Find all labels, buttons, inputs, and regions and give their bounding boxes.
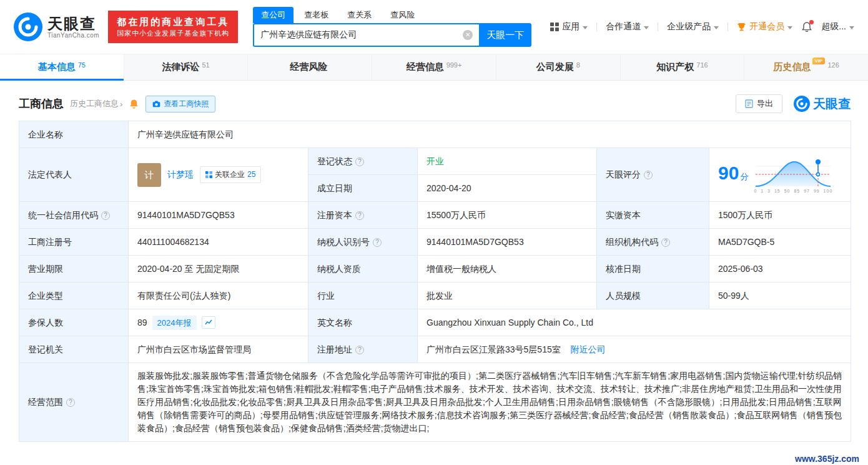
- snapshot-button[interactable]: 查看工商快照: [145, 96, 215, 112]
- label-reg-authority: 登记机关: [19, 336, 129, 363]
- help-icon[interactable]: [644, 171, 653, 179]
- legal-rep-avatar[interactable]: 计: [137, 163, 161, 187]
- tab-operation-risk[interactable]: 经营风险: [247, 54, 372, 80]
- tab-label: 公司发展: [536, 61, 574, 73]
- row-business-term: 营业期限 2020-04-20 至 无固定期限 纳税人资质 增值税一般纳税人 核…: [19, 256, 851, 282]
- business-term-value: 2020-04-20 至 无固定期限: [129, 256, 308, 282]
- related-companies-label: 关联企业: [215, 168, 245, 181]
- label-establish-date: 成立日期: [308, 175, 418, 202]
- reg-authority-value: 广州市白云区市场监督管理局: [129, 336, 308, 363]
- tab-history-info[interactable]: 历史信息 VIP 126: [744, 54, 868, 80]
- tab-basic-info[interactable]: 基本信息 75: [0, 54, 124, 80]
- logo-name: 天眼查: [47, 16, 99, 32]
- related-companies-tag[interactable]: 关联企业 25: [200, 166, 261, 183]
- search-tab-risk[interactable]: 查风险: [382, 7, 423, 23]
- label-paid-capital: 实缴资本: [597, 202, 709, 229]
- company-name-value: 广州辛选供应链有限公司: [129, 121, 851, 148]
- search-row: ✕ 天眼一下: [253, 23, 531, 47]
- score-curve-chart: [753, 156, 833, 189]
- tab-legal-cases[interactable]: 法律诉讼 51: [124, 54, 248, 80]
- label-insured-count: 参保人数: [19, 309, 129, 336]
- search-tab-company[interactable]: 查公司: [253, 7, 293, 23]
- annual-report-link[interactable]: 2024年报: [152, 316, 197, 330]
- label-reg-address: 注册地址: [308, 336, 418, 363]
- tab-count: 51: [202, 61, 209, 69]
- history-business-info-link[interactable]: 历史工商信息 ›: [70, 98, 122, 109]
- help-icon[interactable]: [355, 158, 364, 166]
- slogan-banner: 都在用的商业查询工具 国家中小企业发展子基金旗下机构: [108, 11, 238, 43]
- tab-count: 75: [78, 61, 86, 69]
- reg-address-cell: 广州市白云区江景路33号5层515室 附近公司: [418, 336, 851, 363]
- company-type-value: 有限责任公司(法人独资): [129, 282, 308, 309]
- reg-number-value: 440111004682134: [129, 229, 308, 256]
- footer-site-link[interactable]: www.365jz.com: [795, 454, 859, 464]
- reg-capital-value: 15500万人民币: [418, 202, 597, 229]
- label-english-name: 英文名称: [308, 309, 418, 336]
- tab-label: 法律诉讼: [162, 61, 199, 73]
- english-name-value: Guangzhou Xinxuan Supply Chain Co., Ltd: [418, 309, 851, 336]
- help-icon[interactable]: [373, 238, 382, 247]
- tab-label: 经营信息: [407, 61, 444, 73]
- tab-count: 716: [696, 61, 708, 69]
- menu-enterprise-product[interactable]: 企业级产品: [667, 21, 719, 32]
- logo-text: 天眼查 TianYanCha.com: [47, 16, 99, 39]
- alert-bell-icon[interactable]: [129, 98, 139, 109]
- camera-icon: [152, 101, 160, 108]
- tianyancha-logo[interactable]: 天眼查 TianYanCha.com: [14, 12, 99, 41]
- search-tab-relation[interactable]: 查关系: [339, 7, 380, 23]
- tab-label: 历史信息: [774, 61, 811, 73]
- help-icon[interactable]: [355, 346, 364, 354]
- menu-divider: [596, 22, 597, 31]
- related-grid-icon: [205, 171, 212, 178]
- business-info-table: 企业名称 广州辛选供应链有限公司 法定代表人 计 计梦瑶 关联企业 25 登记状…: [19, 121, 851, 442]
- slogan-line1: 都在用的商业查询工具: [116, 16, 230, 28]
- menu-divider: [727, 22, 728, 31]
- caret-down-icon: [714, 26, 719, 29]
- row-reg-authority: 登记机关 广州市白云区市场监督管理局 注册地址 广州市白云区江景路33号5层51…: [19, 336, 851, 363]
- search-input[interactable]: [254, 30, 463, 40]
- row-company-type: 企业类型 有限责任公司(法人独资) 行业 批发业 人员规模 50-99人: [19, 282, 851, 309]
- paid-capital-value: 1500万人民币: [709, 202, 851, 229]
- help-icon[interactable]: [66, 398, 75, 407]
- help-icon[interactable]: [661, 238, 670, 247]
- tab-business-info[interactable]: 经营信息 999+: [372, 54, 496, 80]
- clear-icon[interactable]: ✕: [463, 30, 473, 40]
- tab-company-development[interactable]: 公司发展 8: [496, 54, 620, 80]
- chevron-right-icon: ›: [120, 99, 122, 109]
- menu-super[interactable]: 超级...: [821, 21, 854, 32]
- search-button[interactable]: 天眼一下: [479, 23, 531, 47]
- tab-intellectual-property[interactable]: 知识产权 716: [620, 54, 744, 80]
- approval-date-value: 2025-06-03: [709, 256, 851, 282]
- label-score: 天眼评分: [597, 148, 709, 202]
- industry-value: 批发业: [418, 282, 597, 309]
- help-icon[interactable]: [355, 211, 364, 220]
- notification-dot: [809, 20, 814, 24]
- nearby-companies-link[interactable]: 附近公司: [571, 344, 606, 354]
- notification-bell[interactable]: [801, 21, 812, 32]
- label-org-code: 组织机构代码: [597, 229, 709, 256]
- score-widget[interactable]: 90分: [718, 156, 842, 194]
- tab-label: 基本信息: [38, 61, 76, 73]
- section-header: 工商信息 历史工商信息 › 查看工商快照 导出: [19, 94, 851, 113]
- establish-date-value: 2020-04-20: [418, 175, 597, 202]
- score-chart: 0 1 3 15 50 85 97 99 100: [753, 156, 833, 194]
- label-industry: 行业: [308, 282, 418, 309]
- caret-down-icon: [787, 26, 792, 29]
- row-company-name: 企业名称 广州辛选供应链有限公司: [19, 121, 851, 148]
- row-business-scope: 经营范围 服装服饰批发;服装服饰零售;普通货物仓储服务（不含危险化学品等需许可审…: [19, 363, 851, 442]
- menu-app[interactable]: 应用: [550, 21, 588, 32]
- legal-rep-link[interactable]: 计梦瑶: [167, 168, 194, 181]
- trend-chart-button[interactable]: [202, 316, 215, 329]
- tab-count: 999+: [446, 61, 462, 69]
- business-scope-value: 服装服饰批发;服装服饰零售;普通货物仓储服务（不含危险化学品等需许可审批的项目）…: [129, 363, 851, 442]
- search-tab-boss[interactable]: 查老板: [296, 7, 337, 23]
- menu-cooperation[interactable]: 合作通道: [606, 21, 649, 32]
- credit-code-value: 91440101MA5D7GQB53: [129, 202, 308, 229]
- menu-open-vip[interactable]: 开通会员: [737, 21, 792, 32]
- search-area: 查公司 查老板 查关系 查风险 ✕ 天眼一下: [253, 7, 531, 47]
- slogan-line2: 国家中小企业发展子基金旗下机构: [116, 28, 230, 38]
- help-icon[interactable]: [101, 211, 110, 220]
- search-tabs: 查公司 查老板 查关系 查风险: [253, 7, 531, 23]
- export-button[interactable]: 导出: [736, 94, 782, 113]
- tab-label: 经营风险: [290, 61, 327, 73]
